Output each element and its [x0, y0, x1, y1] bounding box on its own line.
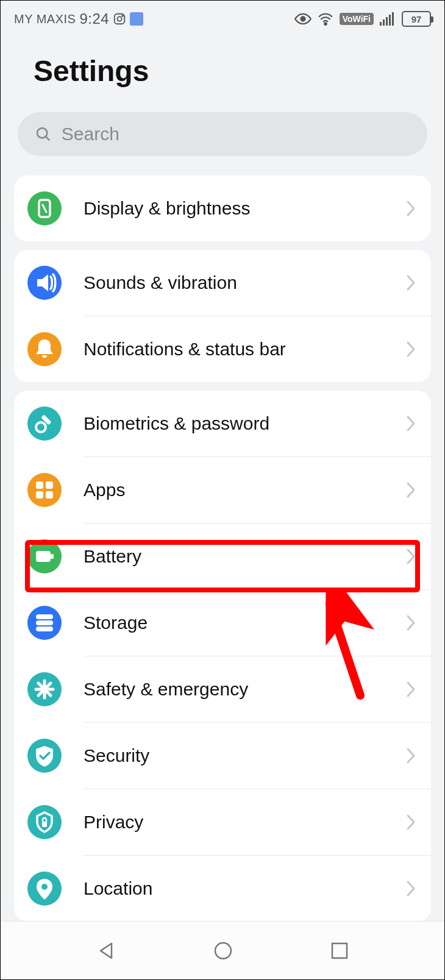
- settings-row-biometrics[interactable]: Biometrics & password: [14, 391, 431, 456]
- chevron-right-icon: [405, 879, 416, 898]
- svg-marker-33: [101, 943, 112, 958]
- settings-group: Sounds & vibrationNotifications & status…: [14, 250, 431, 382]
- battery-icon: [27, 539, 62, 573]
- storage-icon: [27, 606, 62, 640]
- status-left: MY MAXIS 9:24: [14, 10, 143, 27]
- clock-label: 9:24: [79, 10, 109, 27]
- chevron-right-icon: [405, 614, 416, 632]
- settings-group: Display & brightness: [14, 176, 431, 241]
- settings-row-location[interactable]: Location: [14, 856, 431, 921]
- search-field[interactable]: [18, 112, 427, 156]
- chevron-right-icon: [405, 547, 416, 566]
- settings-row-label: Display & brightness: [84, 198, 405, 219]
- settings-row-safety[interactable]: Safety & emergency: [14, 656, 431, 722]
- carrier-label: MY MAXIS: [14, 12, 76, 26]
- chevron-right-icon: [405, 340, 416, 358]
- biometrics-icon: [27, 407, 62, 441]
- svg-point-10: [37, 128, 47, 138]
- notifications-icon: [27, 332, 62, 366]
- eye-icon: [294, 13, 312, 25]
- status-bar: MY MAXIS 9:24 VoWiFi 97: [1, 1, 444, 37]
- display-icon: [27, 191, 62, 225]
- privacy-icon: [27, 805, 62, 839]
- settings-row-label: Location: [84, 878, 405, 899]
- chevron-right-icon: [405, 414, 416, 433]
- chevron-right-icon: [405, 680, 416, 698]
- chevron-right-icon: [405, 813, 416, 831]
- settings-row-label: Apps: [84, 480, 405, 500]
- chevron-right-icon: [405, 274, 416, 292]
- settings-row-label: Biometrics & password: [84, 413, 405, 434]
- chevron-right-icon: [405, 481, 416, 499]
- battery-indicator: 97: [402, 11, 431, 27]
- settings-row-label: Storage: [84, 612, 405, 633]
- svg-point-2: [122, 15, 123, 16]
- search-input[interactable]: [62, 124, 410, 144]
- settings-row-label: Battery: [84, 546, 405, 567]
- svg-rect-35: [332, 943, 347, 958]
- instagram-icon: [113, 12, 126, 26]
- settings-row-apps[interactable]: Apps: [14, 457, 431, 523]
- chevron-right-icon: [405, 199, 416, 218]
- nav-home-button[interactable]: [212, 940, 234, 962]
- settings-row-label: Security: [84, 745, 405, 766]
- signal-icon: [380, 12, 396, 26]
- settings-row-security[interactable]: Security: [14, 723, 431, 789]
- location-icon: [27, 872, 62, 906]
- nav-back-button[interactable]: [96, 940, 118, 962]
- app-icon: [130, 12, 143, 26]
- svg-point-4: [324, 23, 326, 24]
- svg-rect-8: [389, 15, 391, 26]
- svg-line-11: [46, 137, 49, 140]
- search-icon: [35, 125, 52, 143]
- svg-point-1: [117, 16, 121, 21]
- settings-row-notifications[interactable]: Notifications & status bar: [14, 316, 431, 382]
- settings-row-label: Notifications & status bar: [84, 339, 405, 360]
- svg-point-3: [301, 17, 305, 21]
- status-right: VoWiFi 97: [294, 11, 431, 27]
- settings-row-storage[interactable]: Storage: [14, 590, 431, 656]
- settings-row-battery[interactable]: Battery: [14, 524, 431, 589]
- chevron-right-icon: [405, 747, 416, 765]
- page-title: Settings: [1, 37, 444, 112]
- sounds-icon: [27, 266, 62, 300]
- svg-point-34: [215, 943, 231, 959]
- settings-row-display[interactable]: Display & brightness: [14, 176, 431, 241]
- svg-rect-9: [392, 12, 394, 26]
- security-icon: [27, 739, 62, 773]
- settings-row-privacy[interactable]: Privacy: [14, 789, 431, 855]
- settings-row-sounds[interactable]: Sounds & vibration: [14, 250, 431, 316]
- wifi-icon: [318, 12, 333, 26]
- settings-row-label: Privacy: [84, 812, 405, 833]
- nav-recent-button[interactable]: [329, 940, 350, 961]
- settings-row-label: Safety & emergency: [84, 679, 405, 700]
- system-nav-bar: [1, 921, 444, 979]
- svg-rect-6: [383, 20, 385, 26]
- settings-group: Biometrics & passwordAppsBatteryStorageS…: [14, 391, 431, 921]
- svg-rect-7: [386, 17, 388, 26]
- search-container: [1, 112, 444, 167]
- svg-rect-5: [380, 22, 382, 26]
- settings-row-label: Sounds & vibration: [84, 272, 405, 293]
- vowifi-badge: VoWiFi: [340, 13, 374, 25]
- safety-icon: [27, 672, 62, 706]
- apps-icon: [27, 473, 62, 507]
